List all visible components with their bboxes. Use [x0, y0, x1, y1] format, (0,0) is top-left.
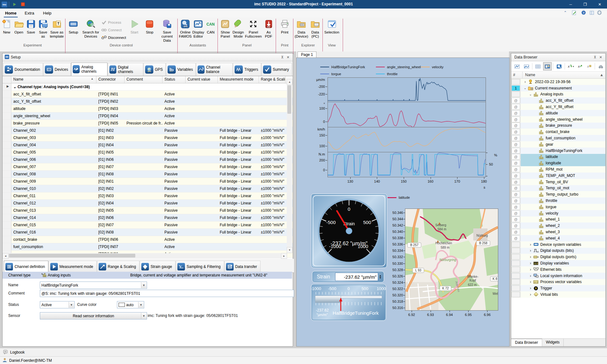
tree-row-display-variables[interactable]: ›20.8Display variables	[511, 260, 605, 266]
data-device-folder-button[interactable]: Data (Device)	[295, 18, 308, 39]
table-view-icon[interactable]	[534, 62, 543, 70]
curve-window-icon[interactable]	[513, 62, 522, 70]
setup-tab-channel-balance[interactable]: Channel balance	[196, 63, 233, 76]
column-header-comment[interactable]: Comment	[125, 76, 162, 83]
table-row[interactable]: Channel_014[02] IN06PassiveFull bridge -…	[3, 214, 293, 221]
help-icon[interactable]: ?	[580, 10, 587, 16]
chevron-down-icon[interactable]: ▼	[69, 302, 74, 308]
tree-row-velocity[interactable]: @velocity	[511, 210, 605, 216]
name-combo[interactable]: HalfBridgeTuningFork▼	[40, 282, 147, 289]
tree-row-local-system-information[interactable]: ›Local system information	[511, 273, 605, 279]
logbook-bar[interactable]: Logbook	[0, 348, 607, 356]
chevron-down-icon[interactable]: ⌄	[523, 86, 527, 90]
column-header-name[interactable]: Name ▲	[11, 76, 96, 83]
setup-tab-variables[interactable]: Variables	[166, 63, 196, 76]
tree-row-current-measurement[interactable]: 1⌄Current measurement	[511, 85, 605, 91]
curve-color-combo[interactable]: auto▼	[117, 301, 144, 308]
table-row[interactable]: acc_Y_filt_offset[TPDI] IN02Active	[3, 98, 293, 105]
setup-device-button[interactable]: Setup	[66, 18, 81, 34]
zoom-view-icon[interactable]	[555, 62, 563, 70]
close-panel-icon[interactable]: ✕	[598, 55, 604, 59]
tree-row-contact-brake[interactable]: @contact_brake	[511, 129, 605, 135]
chevron-down-icon[interactable]: ▼	[141, 313, 146, 319]
table-row[interactable]: Channel_011[02] IN03PassiveFull bridge -…	[3, 192, 293, 200]
tree-row-acc-y-filt-offset[interactable]: @acc_Y_filt_offset	[511, 104, 605, 110]
strain-value-widget[interactable]: Strain-237.62 "µm/m"▲▼	[312, 271, 384, 282]
chevron-right-icon[interactable]: ›	[529, 255, 532, 259]
collapse-ribbon-icon[interactable]: ⌃	[562, 10, 568, 16]
save-as-template-button[interactable]: TSave as template	[49, 18, 64, 39]
table-row[interactable]: Channel_002[01] IN02PassiveFull bridge -…	[3, 127, 293, 134]
chevron-right-icon[interactable]: ›	[529, 242, 532, 247]
tree-row-wheel-4[interactable]: @wheel_4	[511, 235, 605, 241]
table-row[interactable]: Channel_003[01] IN03PassiveFull bridge -…	[3, 134, 293, 142]
tree-row-longitude[interactable]: @longitude	[511, 160, 605, 166]
detail-tab-measurement-mode[interactable]: Measurement mode	[49, 261, 97, 272]
save-as-button[interactable]: Save as	[37, 18, 49, 39]
tree-row-halfbridgetuningfork[interactable]: @HalfBridgeTuningFork	[511, 148, 605, 154]
tab-home[interactable]: Home	[4, 10, 18, 18]
column-header-range-scaling[interactable]: Range & Scaling	[259, 76, 285, 83]
can-bus-button[interactable]: CANCAN	[205, 18, 217, 34]
data-pc-folder-button[interactable]: Data (PC)	[309, 18, 322, 39]
chevron-down-icon[interactable]: ⌄	[529, 93, 532, 96]
table-row[interactable]: Channel_013[02] IN05PassiveFull bridge -…	[3, 207, 293, 214]
table-row[interactable]: contact_brake[TPDI] IN06Active	[3, 236, 293, 243]
tree-row-trigger[interactable]: ›Trigger	[511, 285, 605, 291]
close-panel-icon[interactable]: ✕	[285, 55, 291, 59]
chevron-right-icon[interactable]: ›	[529, 280, 532, 284]
tree-row-angle-steering-wheel[interactable]: @angle_steering_wheel	[511, 116, 605, 123]
pin-icon[interactable]: ⊼	[592, 55, 598, 59]
table-row[interactable]: Channel_010[02] IN02PassiveFull bridge -…	[3, 185, 293, 192]
tree-row-altitude[interactable]: @altitude	[511, 110, 605, 116]
strain-round-gauge-widget[interactable]: -1000-50005001000Strain-237.62 "µm/m"	[311, 194, 387, 268]
tree-row-digital-outputs-ports-[interactable]: ›Digital outputs (ports)	[511, 254, 605, 260]
table-row[interactable]: Channel_016[02] IN08PassiveFull bridge -…	[3, 229, 293, 236]
tree-row-temp-output-turbo[interactable]: @Temp_output_turbo	[511, 191, 605, 197]
x-new-icon[interactable]: x	[585, 62, 594, 70]
chevron-right-icon[interactable]: ›	[529, 261, 532, 265]
chart-subplot-2[interactable]	[328, 127, 486, 153]
chart-subplot-1[interactable]	[328, 102, 486, 128]
column-header-current-value[interactable]: Current value	[186, 76, 218, 83]
title-bar[interactable]: imc imc STUDIO 2022 - StandardProject - …	[0, 0, 607, 9]
binoculars-icon[interactable]	[596, 62, 605, 70]
table-row[interactable]: Channel_004[01] IN04PassiveFull bridge -…	[3, 142, 293, 149]
selection-window-button[interactable]: Selection	[324, 18, 340, 34]
status-combo[interactable]: Active▼	[40, 301, 75, 308]
tab-data-browser[interactable]: Data Browser	[511, 339, 542, 346]
save-current-data-button[interactable]: Save current Data	[158, 18, 176, 43]
disconnect-button[interactable]: Disconnect	[101, 34, 126, 41]
printer-button[interactable]: Print	[277, 18, 292, 34]
table-row[interactable]: Channel_012[02] IN04PassiveFull bridge -…	[3, 200, 293, 207]
chevron-right-icon[interactable]: ›	[529, 292, 532, 297]
save-floppy-button[interactable]: Save	[25, 18, 37, 34]
design-pencil-button[interactable]: Design Mode	[232, 18, 244, 39]
setup-tab-digital-channels[interactable]: Digital channels	[108, 63, 143, 76]
setup-panel-header[interactable]: Setup ⊼ ✕	[3, 53, 293, 61]
tab-widgets[interactable]: Widgets	[542, 339, 564, 346]
tree-row-digital-outputs-bits-[interactable]: ›Digital outputs (bits)	[511, 248, 605, 254]
table-row[interactable]: Channel_008[01] IN08PassiveFull bridge -…	[3, 171, 293, 178]
tree-row-process-vector-variables[interactable]: ›22.5Process vector variables	[511, 279, 605, 285]
tab-page-1[interactable]: Page 1	[297, 52, 316, 58]
panels-view-icon[interactable]	[543, 62, 552, 70]
x-assign-icon[interactable]: x▾	[566, 62, 575, 70]
table-row[interactable]: fuel_consumption[TPDI] IN07Active	[3, 243, 293, 251]
x-export-icon[interactable]: x	[575, 62, 584, 70]
tree-row-temp-air-mot[interactable]: @TEMP_AIR_MOT	[511, 173, 605, 179]
detail-tab-range-scaling[interactable]: Range & Scaling	[97, 261, 139, 272]
table-header-row[interactable]: Name ▲ConnectorCommentStatusCurrent valu…	[3, 76, 293, 83]
strain-value-field[interactable]: -237.62 "µm/m"	[335, 273, 378, 281]
setup-tab-triggers[interactable]: Triggers	[233, 63, 261, 76]
table-row[interactable]: Channel_009[02] IN01PassiveFull bridge -…	[3, 178, 293, 185]
tree-row-latitude[interactable]: @latitude	[511, 154, 605, 160]
detail-tab-channel-definition[interactable]: Channel definition	[4, 261, 48, 272]
table-row[interactable]: Channel_015[02] IN07PassiveFull bridge -…	[3, 221, 293, 229]
tree-row-throttle[interactable]: @throttle	[511, 197, 605, 204]
table-row[interactable]: brake_pressure[TPDI] IN05Pression circui…	[3, 120, 293, 127]
tree-row-fuel-consumption[interactable]: @fuel_consumption	[511, 135, 605, 141]
layout-icon[interactable]	[589, 10, 595, 16]
table-vertical-scrollbar[interactable]: ▲ ▼	[287, 79, 292, 253]
online-famos-button[interactable]: OFAOnline FAMOS	[179, 18, 192, 39]
